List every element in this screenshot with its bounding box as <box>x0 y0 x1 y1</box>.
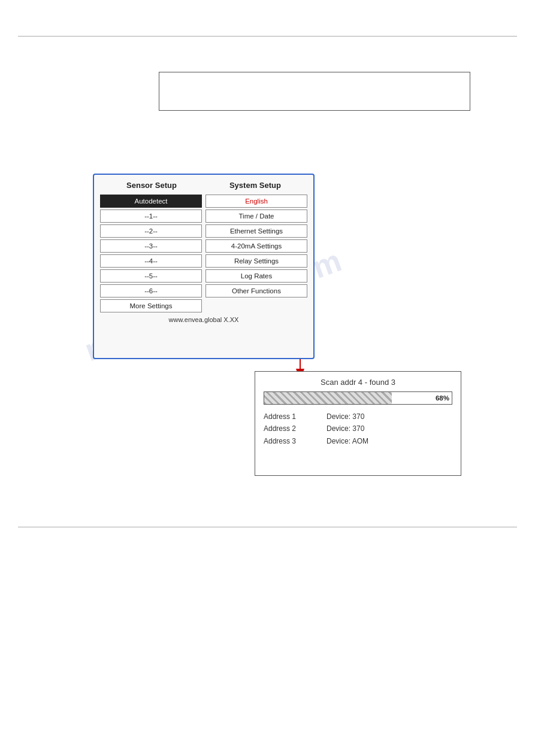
btn-5[interactable]: --5-- <box>100 269 202 283</box>
btn-log-rates[interactable]: Log Rates <box>205 269 307 283</box>
btn-more-settings[interactable]: More Settings <box>100 299 202 312</box>
btn-other-functions[interactable]: Other Functions <box>205 284 307 297</box>
btn-4-20ma-settings[interactable]: 4-20mA Settings <box>205 239 307 253</box>
btn-2[interactable]: --2-- <box>100 224 202 238</box>
bottom-divider <box>18 527 517 527</box>
btn-relay-settings[interactable]: Relay Settings <box>205 254 307 268</box>
sensor-setup-label: Sensor Setup <box>126 181 177 190</box>
progress-fill <box>264 392 392 404</box>
menu-columns: Autodetect --1-- --2-- --3-- --4-- --5--… <box>100 195 307 312</box>
system-setup-label: System Setup <box>229 181 281 190</box>
scan-row-1: Address 1 Device: 370 <box>264 411 452 423</box>
addr-2-label: Address 2 <box>264 423 315 435</box>
btn-4[interactable]: --4-- <box>100 254 202 268</box>
btn-ethernet-settings[interactable]: Ethernet Settings <box>205 224 307 238</box>
scan-info: Address 1 Device: 370 Address 2 Device: … <box>264 411 452 447</box>
device-1-value: Device: 370 <box>327 411 364 423</box>
scan-row-2: Address 2 Device: 370 <box>264 423 452 435</box>
scan-title: Scan addr 4 - found 3 <box>264 378 452 387</box>
btn-time-date[interactable]: Time / Date <box>205 210 307 223</box>
menu-panel-header: Sensor Setup System Setup <box>100 181 307 190</box>
btn-english[interactable]: English <box>205 195 307 208</box>
device-2-value: Device: 370 <box>327 423 364 435</box>
menu-panel: Sensor Setup System Setup Autodetect --1… <box>93 174 315 359</box>
addr-3-label: Address 3 <box>264 435 315 447</box>
progress-label: 68% <box>436 394 449 402</box>
top-divider <box>18 36 517 37</box>
btn-3[interactable]: --3-- <box>100 239 202 253</box>
btn-1[interactable]: --1-- <box>100 210 202 223</box>
top-text-box <box>159 72 470 111</box>
scan-row-3: Address 3 Device: AOM <box>264 435 452 447</box>
btn-autodetect[interactable]: Autodetect <box>100 195 202 208</box>
scan-panel: Scan addr 4 - found 3 68% Address 1 Devi… <box>255 371 461 476</box>
menu-footer: www.envea.global X.XX <box>100 316 307 323</box>
btn-6[interactable]: --6-- <box>100 284 202 297</box>
sensor-column: Autodetect --1-- --2-- --3-- --4-- --5--… <box>100 195 202 312</box>
progress-bar-container: 68% <box>264 391 452 405</box>
device-3-value: Device: AOM <box>327 435 368 447</box>
system-column: English Time / Date Ethernet Settings 4-… <box>205 195 307 312</box>
addr-1-label: Address 1 <box>264 411 315 423</box>
